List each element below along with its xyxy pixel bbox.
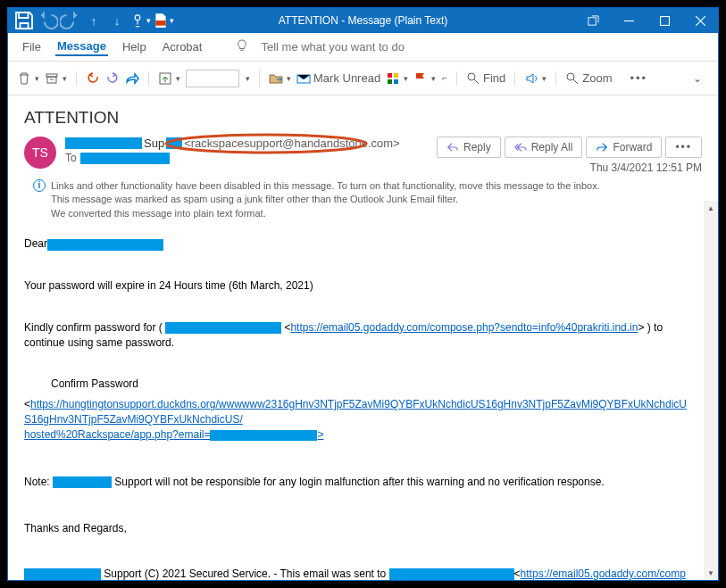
delete-button[interactable]: ▾ [17,71,39,86]
svg-rect-1 [588,17,595,24]
quick-steps[interactable] [186,70,239,87]
menu-acrobat[interactable]: Acrobat [161,38,204,55]
tell-me-input[interactable] [261,40,439,54]
svg-rect-10 [394,79,398,84]
outlook-message-window: ↑ ↓ ▾ ▾ ATTENTION - Message (Plain Text)… [7,7,719,581]
reply-all-button[interactable]: Reply All [505,137,583,158]
redo2-button[interactable] [105,71,120,86]
menu-bar: File Message Help Acrobat [8,33,718,62]
svg-rect-8 [394,73,398,78]
svg-rect-2 [660,16,669,25]
redo-icon[interactable] [60,10,81,31]
collapse-ribbon-icon[interactable]: ⌄ [693,72,709,85]
redacted-to [80,153,170,164]
lightbulb-icon [236,39,248,54]
svg-point-13 [166,135,366,153]
forward-button[interactable]: Forward [586,137,662,158]
body-thanks: Thanks and Regards, [24,521,688,536]
banner-line-2: This message was marked as spam using a … [51,193,600,206]
categorize-button[interactable]: ▾ [386,71,408,86]
menu-file[interactable]: File [21,38,43,55]
svg-point-12 [567,73,574,80]
minimize-button[interactable] [611,8,647,33]
banner-line-3: We converted this message into plain tex… [51,207,600,220]
message-pane: ATTENTION TS Sup <rackspacesupport@handa… [8,95,718,580]
body-biglink: <https://hungtingtonsupport.duckdns.org/… [24,397,688,442]
mark-unread-button[interactable]: Mark Unread [296,71,380,86]
ribbon: ▾ ▾ ▾ ▾ ▾ Mark Unread ▾ ▾ ⌐ Find ▾ Zoom [8,62,718,95]
from-text-frag: Sup [144,137,164,150]
message-body: Dear Your password will expire in 24 Hou… [24,236,702,580]
save-icon[interactable] [13,10,35,31]
date-received: Thu 3/4/2021 12:51 PM [590,161,702,174]
read-aloud-button[interactable]: ▾ [524,71,547,86]
down-arrow-icon[interactable]: ↓ [106,10,128,31]
scroll-bar[interactable]: ▲ ▼ [704,201,718,580]
highlight-ellipse [163,133,369,154]
reply-button[interactable]: Reply [437,137,501,158]
forward-arrow-button[interactable] [125,71,139,86]
svg-rect-9 [388,79,392,84]
redacted-name [47,239,163,251]
quick-access-toolbar: ↑ ↓ ▾ ▾ [8,10,174,31]
more-actions-button[interactable]: ••• [665,137,702,158]
scroll-down-icon[interactable]: ▼ [704,566,718,580]
undo2-button[interactable] [86,71,100,86]
popout-button[interactable] [575,8,611,33]
zoom-button[interactable]: Zoom [565,71,612,86]
body-link-1[interactable]: https://email05.godaddy.com/compose.php?… [290,321,638,334]
body-note: Note: Support will not be responsible fo… [24,475,688,490]
info-banner: i Links and other functionality have bee… [24,179,702,220]
svg-rect-7 [388,73,392,78]
body-p2: Kindly confirm password for ( <https://e… [24,320,688,351]
quick-steps-dd[interactable]: ▾ [246,74,250,83]
flag-button[interactable]: ▾ [413,71,436,86]
up-arrow-icon[interactable]: ↑ [83,10,104,31]
scroll-up-icon[interactable]: ▲ [704,201,718,215]
close-button[interactable] [682,8,718,33]
info-icon: i [33,179,46,192]
subject: ATTENTION [24,108,702,128]
title-bar: ↑ ↓ ▾ ▾ ATTENTION - Message (Plain Text) [8,8,718,33]
svg-point-11 [468,73,475,80]
maximize-button[interactable] [647,8,682,33]
share-button[interactable]: ▾ [158,71,180,86]
body-footer: Support (C) 2021 Secured Service. - This… [24,567,688,580]
tags-launcher[interactable]: ⌐ [442,73,447,83]
menu-help[interactable]: Help [121,38,148,55]
confirm-label: Confirm Password [24,377,688,392]
body-p1: Your password will expire in 24 Hours ti… [24,278,688,294]
touch-icon[interactable]: ▾ [129,10,151,31]
undo-icon[interactable] [37,10,58,31]
svg-point-0 [135,15,140,21]
find-button[interactable]: Find [466,71,505,86]
banner-line-1: Links and other functionality have been … [51,179,600,193]
move-button[interactable]: ▾ [269,71,291,86]
menu-message[interactable]: Message [55,37,108,56]
redacted-sender-name [65,137,142,149]
archive-button[interactable]: ▾ [45,71,67,86]
pdf-icon[interactable]: ▾ [153,10,174,31]
more-button[interactable]: ••• [630,71,648,85]
avatar: TS [24,137,56,169]
